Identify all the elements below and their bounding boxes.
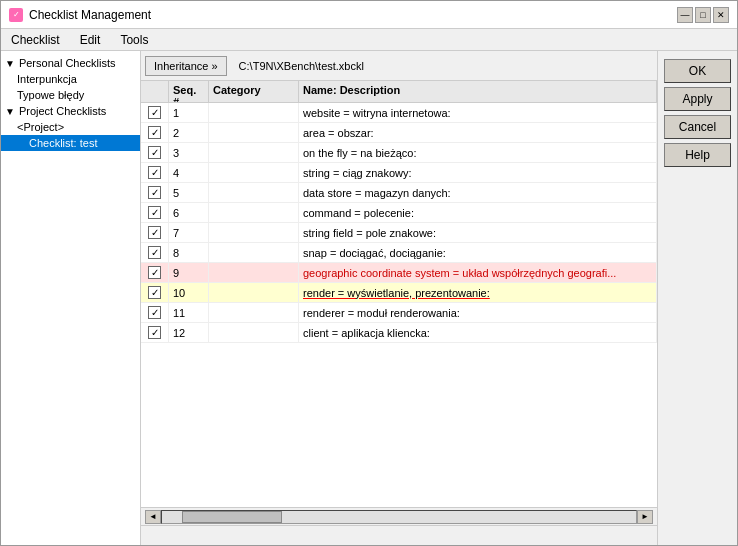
apply-button[interactable]: Apply [664,87,731,111]
expand-icon: ▼ [5,58,15,69]
sidebar-item-checklist-test[interactable]: Checklist: test [1,135,140,151]
menu-tools[interactable]: Tools [114,31,154,48]
maximize-button[interactable]: □ [695,7,711,23]
table-row: 10 render = wyświetlanie, prezentowanie: [141,283,657,303]
row-5-checkbox-cell [141,183,169,202]
col-header-checkbox [141,81,169,102]
row-6-checkbox-cell [141,203,169,222]
row-6-checkbox[interactable] [148,206,161,219]
table-header: Seq. # Category Name: Description [141,81,657,103]
table-row: 9 geographic coordinate system = układ w… [141,263,657,283]
row-2-seq: 2 [169,123,209,142]
row-10-checkbox[interactable] [148,286,161,299]
row-2-desc: area = obszar: [299,123,657,142]
row-3-seq: 3 [169,143,209,162]
row-4-category [209,163,299,182]
scrollbar-area: ◄ ► [141,507,657,525]
row-7-checkbox[interactable] [148,226,161,239]
row-5-desc: data store = magazyn danych: [299,183,657,202]
row-9-category [209,263,299,282]
row-6-category [209,203,299,222]
row-11-checkbox-cell [141,303,169,322]
menu-edit[interactable]: Edit [74,31,107,48]
row-9-desc: geographic coordinate system = układ wsp… [299,263,657,282]
table-row: 7 string field = pole znakowe: [141,223,657,243]
ok-button[interactable]: OK [664,59,731,83]
toolbar-row: Inheritance » C:\T9N\XBench\test.xbckl [141,51,657,81]
col-header-description: Name: Description [299,81,657,102]
table-body: 1 website = witryna internetowa: 2 area … [141,103,657,507]
row-3-checkbox[interactable] [148,146,161,159]
row-11-seq: 11 [169,303,209,322]
row-11-category [209,303,299,322]
content-with-buttons: Inheritance » C:\T9N\XBench\test.xbckl S… [141,51,737,545]
row-10-category [209,283,299,302]
sidebar-item-interpunkcja[interactable]: Interpunkcja [1,71,140,87]
title-controls: — □ ✕ [677,7,729,23]
help-button[interactable]: Help [664,143,731,167]
menu-bar: Checklist Edit Tools [1,29,737,51]
sidebar: ▼ Personal Checklists Interpunkcja Typow… [1,51,141,545]
row-10-seq: 10 [169,283,209,302]
row-1-desc: website = witryna internetowa: [299,103,657,122]
table-row: 6 command = polecenie: [141,203,657,223]
row-1-checkbox-cell [141,103,169,122]
row-1-category [209,103,299,122]
row-4-checkbox-cell [141,163,169,182]
row-9-checkbox[interactable] [148,266,161,279]
table-row: 1 website = witryna internetowa: [141,103,657,123]
cancel-button[interactable]: Cancel [664,115,731,139]
row-11-checkbox[interactable] [148,306,161,319]
row-5-checkbox[interactable] [148,186,161,199]
row-8-seq: 8 [169,243,209,262]
right-buttons: OK Apply Cancel Help [657,51,737,545]
row-7-checkbox-cell [141,223,169,242]
row-8-checkbox[interactable] [148,246,161,259]
row-12-seq: 12 [169,323,209,342]
table-row: 8 snap = dociągać, dociąganie: [141,243,657,263]
sidebar-item-personal-checklists[interactable]: ▼ Personal Checklists [1,55,140,71]
table-row: 2 area = obszar: [141,123,657,143]
row-8-desc: snap = dociągać, dociąganie: [299,243,657,262]
row-1-seq: 1 [169,103,209,122]
close-button[interactable]: ✕ [713,7,729,23]
row-12-checkbox[interactable] [148,326,161,339]
sidebar-item-project-checklists[interactable]: ▼ Project Checklists [1,103,140,119]
table-row: 5 data store = magazyn danych: [141,183,657,203]
row-2-checkbox[interactable] [148,126,161,139]
row-1-checkbox[interactable] [148,106,161,119]
scroll-left-button[interactable]: ◄ [145,510,161,524]
inheritance-button[interactable]: Inheritance » [145,56,227,76]
title-bar-left: ✓ Checklist Management [9,8,151,22]
table-row: 12 client = aplikacja kliencka: [141,323,657,343]
sidebar-item-project[interactable]: <Project> [1,119,140,135]
sidebar-label-project: Project Checklists [19,105,106,117]
h-scrollbar[interactable] [161,510,637,524]
sidebar-item-typowe[interactable]: Typowe błędy [1,87,140,103]
row-3-checkbox-cell [141,143,169,162]
table-row: 4 string = ciąg znakowy: [141,163,657,183]
minimize-button[interactable]: — [677,7,693,23]
scroll-right-button[interactable]: ► [637,510,653,524]
sidebar-label-personal: Personal Checklists [19,57,116,69]
row-8-checkbox-cell [141,243,169,262]
row-5-category [209,183,299,202]
row-4-checkbox[interactable] [148,166,161,179]
row-12-category [209,323,299,342]
row-4-desc: string = ciąg znakowy: [299,163,657,182]
sidebar-label-interpunkcja: Interpunkcja [17,73,77,85]
menu-checklist[interactable]: Checklist [5,31,66,48]
row-5-seq: 5 [169,183,209,202]
title-bar: ✓ Checklist Management — □ ✕ [1,1,737,29]
sidebar-label-project-item: <Project> [17,121,64,133]
row-2-category [209,123,299,142]
row-7-seq: 7 [169,223,209,242]
file-path: C:\T9N\XBench\test.xbckl [231,58,372,74]
status-bar [141,525,657,545]
row-10-desc: render = wyświetlanie, prezentowanie: [299,283,657,302]
row-12-checkbox-cell [141,323,169,342]
col-header-seq: Seq. # [169,81,209,102]
h-scrollbar-thumb[interactable] [182,511,282,523]
main-window: ✓ Checklist Management — □ ✕ Checklist E… [0,0,738,546]
row-3-desc: on the fly = na bieżąco: [299,143,657,162]
